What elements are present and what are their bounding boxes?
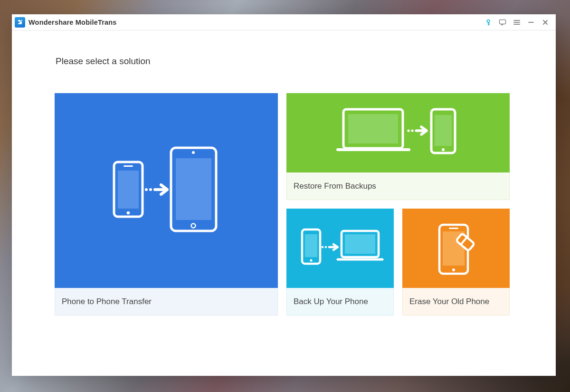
card-restore[interactable]: Restore From Backups [286,93,510,200]
svg-rect-5 [118,171,139,209]
svg-rect-9 [176,158,211,220]
card-phone-to-phone[interactable]: Phone to Phone Transfer [55,93,278,316]
card-backup[interactable]: Back Up Your Phone [286,209,394,316]
svg-rect-16 [348,114,398,143]
feedback-icon[interactable] [497,17,508,28]
menu-icon[interactable] [511,17,522,28]
svg-point-25 [310,259,313,261]
card-erase-label: Erase Your Old Phone [402,288,510,316]
svg-point-21 [411,129,413,132]
svg-point-29 [325,246,327,248]
svg-rect-3 [500,20,506,24]
svg-point-12 [145,188,148,191]
svg-point-11 [191,224,196,228]
card-phone-to-phone-label: Phone to Phone Transfer [55,288,278,316]
svg-point-20 [407,129,409,132]
minimize-icon[interactable] [525,17,537,28]
svg-rect-24 [305,234,317,257]
svg-point-13 [149,188,152,191]
svg-point-1 [21,20,22,21]
titlebar: Wondershare MobileTrans [12,15,556,30]
close-icon[interactable] [540,17,551,28]
svg-rect-33 [449,228,458,229]
page-heading: Please select a solution [56,56,513,67]
titlebar-left: Wondershare MobileTrans [15,17,117,28]
svg-point-19 [442,148,445,151]
svg-point-28 [322,246,324,248]
app-title: Wondershare MobileTrans [28,19,117,26]
svg-point-10 [192,151,195,154]
svg-rect-27 [345,234,375,254]
titlebar-right [483,17,551,28]
backup-icon [286,209,394,288]
desktop-background: Wondershare MobileTrans [0,0,570,392]
svg-point-34 [452,268,455,271]
solution-grid: Phone to Phone Transfer [55,93,513,316]
app-window: Wondershare MobileTrans [12,14,556,376]
svg-point-7 [127,211,130,215]
card-restore-label: Restore From Backups [286,172,510,200]
bottom-right-split: Back Up Your Phone [286,209,510,316]
svg-rect-6 [124,165,133,167]
restore-icon [286,93,510,172]
card-backup-label: Back Up Your Phone [286,288,394,316]
erase-icon [402,209,510,288]
card-erase[interactable]: Erase Your Old Phone [402,209,510,316]
svg-rect-18 [435,115,452,146]
app-logo-icon [15,17,25,28]
main-content: Please select a solution [12,30,556,376]
register-key-icon[interactable] [483,17,494,28]
phone-to-phone-icon [55,93,278,288]
